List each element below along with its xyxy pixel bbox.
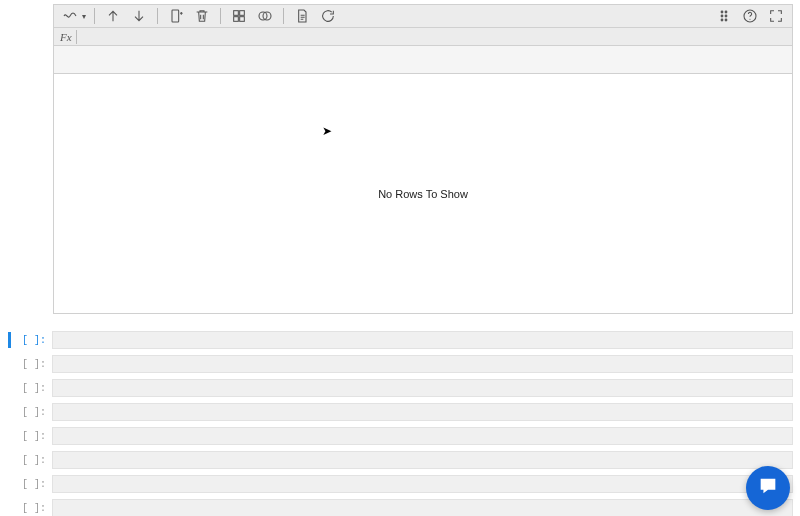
app-panel: ▾ [53, 4, 793, 314]
grid-body[interactable]: No Rows To Show ➤ [53, 74, 793, 314]
separator [94, 8, 95, 24]
cell-input[interactable] [52, 403, 793, 421]
cell-active-marker [8, 500, 11, 516]
cells-area: [ ]:[ ]:[ ]:[ ]:[ ]:[ ]:[ ]:[ ]: [8, 330, 798, 516]
chat-icon [757, 475, 779, 501]
svg-point-8 [725, 11, 727, 13]
cell-input[interactable] [52, 499, 793, 516]
svg-point-10 [725, 15, 727, 17]
cell-row[interactable]: [ ]: [8, 378, 798, 398]
cell-active-marker [8, 452, 11, 468]
separator [283, 8, 284, 24]
cell-input[interactable] [52, 427, 793, 445]
cell-prompt: [ ]: [12, 335, 52, 346]
svg-rect-2 [240, 11, 245, 16]
grid-header-row [53, 46, 793, 74]
svg-rect-1 [234, 11, 239, 16]
separator [157, 8, 158, 24]
help-icon[interactable] [740, 6, 760, 26]
dropdown-caret-icon[interactable]: ▾ [82, 12, 86, 21]
chat-button[interactable] [746, 466, 790, 510]
cell-prompt: [ ]: [12, 479, 52, 490]
fx-label: Fx [60, 31, 72, 43]
cell-active-marker [8, 380, 11, 396]
cell-row[interactable]: [ ]: [8, 354, 798, 374]
cell-row[interactable]: [ ]: [8, 330, 798, 350]
arrow-up-icon[interactable] [103, 6, 123, 26]
formula-bar: Fx [53, 28, 793, 46]
svg-point-12 [725, 19, 727, 21]
trash-icon[interactable] [192, 6, 212, 26]
fx-input[interactable] [76, 30, 786, 44]
cell-prompt: [ ]: [12, 431, 52, 442]
page-icon[interactable] [292, 6, 312, 26]
cell-input[interactable] [52, 355, 793, 373]
separator [220, 8, 221, 24]
expand-icon[interactable] [766, 6, 786, 26]
cell-prompt: [ ]: [12, 503, 52, 514]
cell-active-marker [8, 404, 11, 420]
cell-input[interactable] [52, 451, 793, 469]
cell-row[interactable]: [ ]: [8, 498, 798, 516]
empty-grid-message: No Rows To Show [378, 188, 468, 200]
cell-active-marker [8, 356, 11, 372]
cell-row[interactable]: [ ]: [8, 474, 798, 494]
cell-active-marker [8, 476, 11, 492]
cell-prompt: [ ]: [12, 407, 52, 418]
add-column-icon[interactable] [166, 6, 186, 26]
svg-rect-3 [234, 17, 239, 22]
cell-prompt: [ ]: [12, 359, 52, 370]
svg-point-11 [721, 19, 723, 21]
cell-prompt: [ ]: [12, 455, 52, 466]
grid-icon[interactable] [229, 6, 249, 26]
venn-icon[interactable] [255, 6, 275, 26]
cell-active-marker [8, 332, 11, 348]
cursor-icon: ➤ [322, 124, 332, 138]
svg-point-14 [749, 19, 750, 20]
arrow-down-icon[interactable] [129, 6, 149, 26]
cell-input[interactable] [52, 379, 793, 397]
cell-row[interactable]: [ ]: [8, 402, 798, 422]
cell-row[interactable]: [ ]: [8, 450, 798, 470]
svg-rect-4 [240, 17, 245, 22]
svg-rect-0 [172, 10, 179, 22]
svg-point-7 [721, 11, 723, 13]
cell-input[interactable] [52, 475, 793, 493]
svg-point-9 [721, 15, 723, 17]
refresh-icon[interactable] [318, 6, 338, 26]
toolbar: ▾ [53, 4, 793, 28]
cell-prompt: [ ]: [12, 383, 52, 394]
wave-icon[interactable] [60, 6, 80, 26]
cell-row[interactable]: [ ]: [8, 426, 798, 446]
drag-handle-icon[interactable] [714, 6, 734, 26]
cell-active-marker [8, 428, 11, 444]
cell-input[interactable] [52, 331, 793, 349]
